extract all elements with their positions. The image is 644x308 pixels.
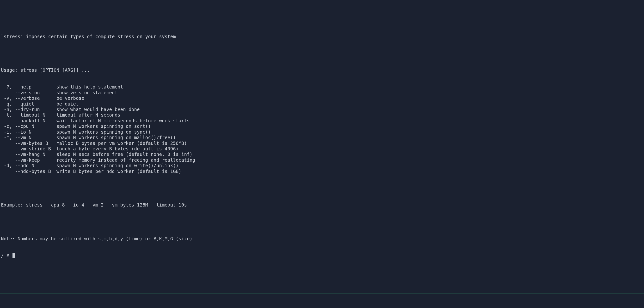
stress-note: Note: Numbers may be suffixed with s,m,h… <box>1 236 644 242</box>
blank-line <box>1 51 644 56</box>
stress-option: -?, --help show this help statement <box>1 84 644 90</box>
stress-option: -m, --vm N spawn N workers spinning on m… <box>1 135 644 140</box>
pane-divider[interactable] <box>0 294 644 294</box>
stress-option: --hdd-bytes B write B bytes per hdd work… <box>1 169 644 174</box>
stress-option: -t, --timeout N timeout after N seconds <box>1 112 644 118</box>
stress-option: -c, --cpu N spawn N workers spinning on … <box>1 124 644 129</box>
stress-option: --vm-stride B touch a byte every B bytes… <box>1 146 644 152</box>
stress-option: -q, --quiet be quiet <box>1 101 644 107</box>
stress-option: --version show version statement <box>1 90 644 96</box>
stress-option: -d, --hdd N spawn N workers spinning on … <box>1 163 644 168</box>
stress-option: --backoff N wait factor of N microsecond… <box>1 118 644 124</box>
stress-option: -n, --dry-run show what would have been … <box>1 107 644 112</box>
cursor-icon <box>12 253 15 258</box>
stress-header: `stress' imposes certain types of comput… <box>1 34 644 39</box>
shell-prompt[interactable]: / # <box>1 253 644 258</box>
stress-option: -v, --verbose be verbose <box>1 96 644 101</box>
stress-option: --vm-hang N sleep N secs before free (de… <box>1 152 644 157</box>
stress-option: -i, --io N spawn N workers spinning on s… <box>1 129 644 135</box>
terminal-output-top: `stress' imposes certain types of comput… <box>0 22 644 270</box>
blank-line <box>1 219 644 225</box>
blank-line <box>1 185 644 191</box>
stress-example: Example: stress --cpu 8 --io 4 --vm 2 --… <box>1 202 644 208</box>
stress-usage: Usage: stress [OPTION [ARG]] ... <box>1 67 644 73</box>
stress-option: --vm-bytes B malloc B bytes per vm worke… <box>1 141 644 146</box>
stress-option: --vm-keep redirty memory instead of free… <box>1 157 644 163</box>
